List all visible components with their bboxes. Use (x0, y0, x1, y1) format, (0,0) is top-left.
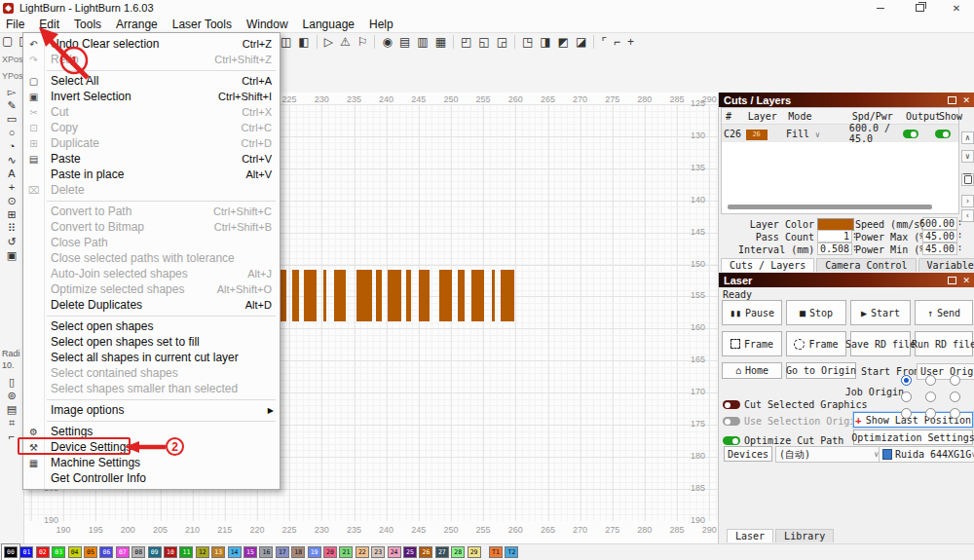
float-panel-icon[interactable] (948, 96, 956, 104)
menu-item-select-open-shapes[interactable]: Select open shapes (23, 318, 280, 334)
job-origin-radio-8[interactable] (950, 408, 960, 419)
layer-color-swatch[interactable]: 26 (746, 130, 768, 140)
align-center-icon[interactable]: ▥ (417, 35, 428, 49)
layer-down-button[interactable]: ∨ (961, 150, 974, 163)
interval-field[interactable]: 0.508 (817, 243, 852, 255)
palette-color-05[interactable]: 05 (84, 546, 97, 558)
snap-grid-icon[interactable]: + (627, 35, 634, 49)
align-bottom-icon[interactable]: ◲ (497, 35, 507, 49)
power-max-field[interactable]: 45.00 (922, 230, 957, 243)
optimization-settings-button[interactable]: Optimization Settings (853, 429, 973, 445)
rotate-tool-icon[interactable]: ↺ (3, 236, 20, 248)
distribute-h-icon[interactable]: ◳ (522, 35, 533, 49)
tab-library[interactable]: Library (775, 529, 834, 542)
palette-color-17[interactable]: 17 (276, 546, 289, 558)
frame-circle-button[interactable]: Frame (786, 331, 846, 356)
layer-table-scrollbar[interactable] (728, 205, 932, 209)
menu-item-redo[interactable]: ↷RedoCtrl+Shift+Z (23, 52, 280, 67)
palette-color-02[interactable]: 02 (36, 546, 50, 558)
layer-up-button[interactable]: ∧ (961, 131, 974, 144)
menu-edit[interactable]: Edit (33, 17, 65, 32)
palette-color-12[interactable]: 12 (196, 546, 209, 558)
distribute-v-icon[interactable]: ◨ (540, 35, 550, 49)
menu-item-machine-settings[interactable]: ▦Machine Settings (23, 455, 280, 470)
controller-combo[interactable]: Ruida 644XG1G (879, 446, 974, 463)
ellipse-tool-icon[interactable]: ○ (3, 127, 20, 138)
menu-item-settings[interactable]: ⚙Settings (23, 424, 280, 439)
menu-item-undo-clear-selection[interactable]: ↶Undo Clear selectionCtrl+Z (23, 36, 280, 52)
save-rd-button[interactable]: Save RD file (850, 331, 911, 356)
menu-item-select-all[interactable]: ▢Select AllCtrl+A (23, 73, 280, 89)
palette-color-22[interactable]: 22 (356, 546, 369, 558)
palette-color-10[interactable]: 10 (164, 546, 177, 558)
palette-color-01[interactable]: 01 (19, 546, 33, 558)
job-origin-radio-0[interactable] (901, 375, 912, 386)
float-panel-icon[interactable] (948, 277, 956, 284)
palette-color-07[interactable]: 07 (116, 546, 130, 558)
speed-spinner[interactable] (958, 218, 965, 226)
palette-color-06[interactable]: 06 (99, 546, 113, 558)
play-icon[interactable]: ▷ (324, 35, 333, 49)
align-left-icon[interactable]: ▤ (399, 35, 410, 49)
pause-button[interactable]: ▮▮Pause (722, 300, 782, 325)
power-min-field[interactable]: 45.00 (922, 243, 957, 255)
menu-item-close-path[interactable]: Close Path (23, 235, 280, 250)
menu-item-select-contained-shapes[interactable]: Select contained shapes (23, 365, 280, 381)
show-toggle[interactable] (935, 130, 951, 138)
palette-color-09[interactable]: 09 (148, 546, 162, 558)
power-max-spinner[interactable] (958, 231, 965, 239)
optimize-cut-path-toggle[interactable]: Optimize Cut Path (723, 435, 843, 446)
palette-color-20[interactable]: 20 (323, 546, 337, 558)
close-button[interactable]: ✕ (951, 2, 962, 14)
snap-corner-icon[interactable]: ⌜ (601, 35, 607, 49)
palette-color-15[interactable]: 15 (244, 546, 257, 558)
devices-button[interactable]: Devices (724, 446, 772, 462)
menu-item-paste-in-place[interactable]: Paste in placeAlt+V (23, 167, 280, 182)
menu-item-optimize-selected-shapes[interactable]: Optimize selected shapesAlt+Shift+O (23, 281, 280, 297)
palette-color-29[interactable]: 29 (468, 546, 481, 558)
palette-color-25[interactable]: 25 (403, 546, 417, 558)
menu-item-get-controller-info[interactable]: Get Controller Info (23, 470, 280, 486)
palette-color-24[interactable]: 24 (388, 546, 401, 558)
go-to-origin-button[interactable]: Go to Origin (786, 362, 856, 379)
tab-camera-control[interactable]: Camera Control (816, 258, 916, 272)
measure-tool-icon[interactable]: ▯ (3, 376, 20, 389)
palette-color-28[interactable]: 28 (451, 546, 465, 558)
job-origin-radio-7[interactable] (925, 408, 936, 419)
align-right-icon[interactable]: ▦ (435, 35, 446, 49)
text-tool-icon[interactable]: A (3, 168, 20, 179)
menu-item-select-all-shapes-in-current-cut-layer[interactable]: Select all shapes in current cut layer (23, 350, 280, 365)
group-icon[interactable]: ◫ (281, 35, 291, 49)
minimize-button[interactable] (875, 2, 886, 14)
flag-icon[interactable]: ⚐ (357, 35, 368, 49)
menu-item-auto-join-selected-shapes[interactable]: Auto-Join selected shapesAlt+J (23, 266, 280, 281)
shape-tool-icon[interactable]: ▣ (3, 249, 20, 262)
grid-tool-icon[interactable]: ⌗ (3, 417, 20, 429)
tab-variable-text[interactable]: Variable Text (918, 258, 974, 272)
node-edit-icon[interactable]: + (3, 181, 20, 193)
dots-tool-icon[interactable]: ⠿ (3, 222, 20, 235)
stop-button[interactable]: ■Stop (786, 300, 846, 325)
warning-icon[interactable]: ⚠ (340, 35, 351, 49)
palette-color-04[interactable]: 04 (68, 546, 82, 558)
palette-color-00[interactable]: 00 (4, 546, 18, 558)
layer-right-button[interactable]: › (961, 195, 974, 207)
palette-color-27[interactable]: 27 (435, 546, 449, 558)
palette-color-13[interactable]: 13 (211, 546, 225, 558)
palette-color-03[interactable]: 03 (52, 546, 65, 558)
layer-row[interactable]: C26 26 Fill ∨ 600.0 / 45.0 (722, 125, 958, 142)
arc-tool-icon[interactable]: ◔ (3, 140, 20, 152)
job-origin-radio-6[interactable] (901, 408, 912, 419)
menu-item-device-settings[interactable]: ⚒Device Settings2 (23, 439, 280, 455)
target-icon[interactable]: ◉ (382, 35, 392, 49)
zoom-tool-icon[interactable]: ⊚ (3, 390, 20, 402)
palette-color-19[interactable]: 19 (308, 546, 321, 558)
power-min-spinner[interactable] (958, 243, 965, 251)
menu-item-image-options[interactable]: Image options▶ (23, 402, 280, 418)
menu-item-convert-to-bitmap[interactable]: Convert to BitmapCtrl+Shift+B (23, 219, 280, 235)
menu-item-select-shapes-smaller-than-selected[interactable]: Select shapes smaller than selected (23, 381, 280, 396)
menu-file[interactable]: File (0, 17, 30, 32)
restore-button[interactable] (914, 2, 925, 14)
align-middle-icon[interactable]: ◱ (478, 35, 489, 49)
menu-item-convert-to-path[interactable]: Convert to PathCtrl+Shift+C (23, 204, 280, 219)
